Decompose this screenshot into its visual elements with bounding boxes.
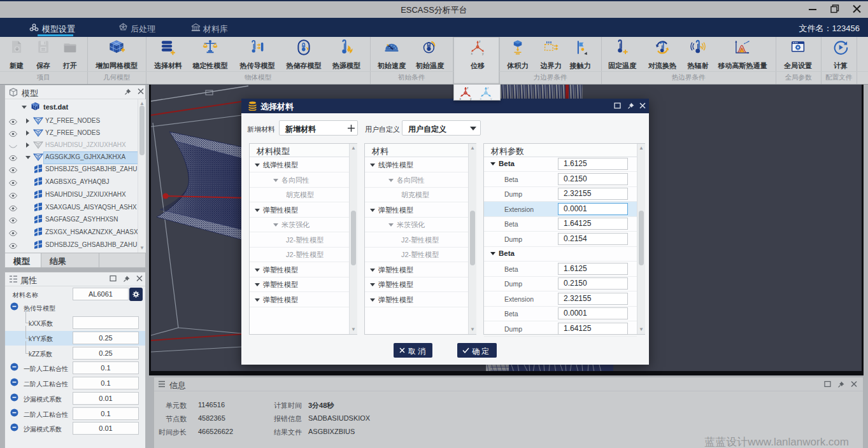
svg-text:y: y <box>482 52 484 55</box>
svg-text:x: x <box>480 97 482 101</box>
svg-text:z: z <box>479 39 481 43</box>
svg-text:z: z <box>467 86 469 90</box>
svg-text:y: y <box>490 97 492 101</box>
svg-text:x: x <box>471 52 473 55</box>
svg-text:z: z <box>487 86 489 90</box>
svg-text:y: y <box>470 97 472 101</box>
svg-text:x: x <box>460 97 462 101</box>
